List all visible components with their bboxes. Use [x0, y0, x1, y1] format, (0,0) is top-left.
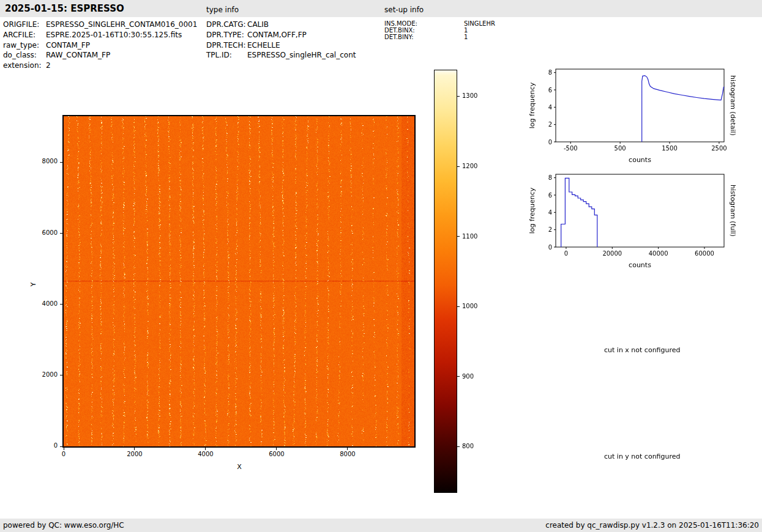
- x-axis-tick: [276, 448, 277, 450]
- colorbar-tick: [457, 96, 460, 97]
- metadata-label: DPR.TECH:: [206, 41, 246, 50]
- y-axis-tick-label: 8: [548, 174, 552, 181]
- x-axis-tick-label: 2000: [119, 451, 150, 457]
- metadata-label: TPL.ID:: [206, 51, 232, 59]
- y-axis-tick-label: 0: [548, 244, 552, 251]
- metadata-value: SINGLEHR: [464, 20, 495, 27]
- x-axis-tick: [205, 448, 206, 450]
- raw-image-canvas: [64, 116, 414, 446]
- colorbar-tick: [457, 376, 460, 377]
- metadata-value: 1: [464, 34, 468, 40]
- colorbar-gradient: [434, 70, 457, 493]
- header-bar: 2025-01-15: ESPRESSO type info set-up in…: [0, 0, 762, 17]
- metadata-value: 2: [46, 61, 51, 70]
- qc-report-page: 2025-01-15: ESPRESSO type info set-up in…: [0, 0, 762, 532]
- raw-image-frame: [62, 115, 416, 448]
- metadata-value: ESPRESSO_SINGLEHR_CONTAM016_0001: [46, 20, 197, 29]
- x-axis-tick-label: 2500: [711, 145, 727, 152]
- y-axis-tick-label: 4: [548, 104, 552, 111]
- y-axis-label: log frequency: [528, 187, 536, 234]
- colorbar-tick-label: 1200: [462, 163, 477, 169]
- y-axis-tick: [60, 375, 62, 375]
- histogram-full-svg: 020000400006000002468countslog frequency…: [526, 166, 741, 279]
- y-axis-tick-label: 2: [548, 121, 552, 128]
- y-axis-tick-label: 0: [548, 139, 552, 146]
- x-axis-tick-label: -500: [564, 145, 578, 152]
- metadata-value: CONTAM_FP: [46, 41, 90, 50]
- histogram-line: [561, 178, 597, 247]
- plot-frame: [556, 69, 724, 142]
- colorbar-tick: [457, 236, 460, 237]
- x-axis-tick-label: 6000: [261, 451, 292, 457]
- cut-y-message: cut in y not configured: [604, 453, 681, 460]
- colorbar-tick-label: 900: [462, 373, 474, 380]
- metadata-value: ESPRESSO_singleHR_cal_cont: [247, 51, 356, 59]
- x-axis-tick-label: 1500: [662, 145, 677, 152]
- metadata-label: DPR.TYPE:: [206, 31, 244, 39]
- metadata-label: ARCFILE:: [3, 31, 35, 39]
- metadata-label: DET.BINY:: [384, 34, 414, 40]
- metadata-value: RAW_CONTAM_FP: [46, 51, 110, 59]
- colorbar-tick-label: 1300: [462, 92, 477, 99]
- metadata-value: ECHELLE: [247, 41, 280, 50]
- colorbar-tick: [457, 446, 460, 447]
- histogram-title: histogram (full): [729, 185, 737, 237]
- y-axis-tick: [60, 162, 62, 163]
- colorbar-tick: [457, 166, 460, 167]
- x-axis-tick-label: 60000: [695, 250, 714, 257]
- y-axis-tick-label: 2: [548, 226, 552, 233]
- footer-bar: powered by QC: www.eso.org/HC created by…: [0, 519, 762, 532]
- metadata-label: raw_type:: [3, 41, 39, 50]
- x-axis-tick-label: 20000: [602, 250, 622, 257]
- x-axis-tick-label: 8000: [332, 451, 363, 457]
- x-axis-tick-label: 500: [614, 145, 626, 152]
- y-axis-tick-label: 4: [548, 209, 552, 216]
- metadata-value: 1: [464, 27, 468, 34]
- x-axis-tick-label: 4000: [190, 451, 221, 457]
- y-axis-tick-label: 6000: [34, 229, 58, 236]
- y-axis-tick: [60, 446, 62, 447]
- histogram-detail-svg: -5005001500250002468countslog frequencyh…: [526, 61, 741, 174]
- histogram-line: [642, 76, 724, 142]
- metadata-value: CALIB: [247, 20, 269, 29]
- metadata-label: do_class:: [3, 51, 37, 59]
- x-axis-tick-label: 0: [48, 451, 79, 457]
- footer-right-text: created by qc_rawdisp.py v1.2.3 on 2025-…: [545, 521, 759, 530]
- x-axis-tick: [64, 448, 64, 450]
- type-info-heading: type info: [206, 6, 239, 14]
- metadata-label: DPR.CATG:: [206, 20, 246, 29]
- metadata-value: ESPRE.2025-01-16T10:30:55.125.fits: [46, 31, 182, 39]
- x-axis-tick: [134, 448, 135, 450]
- footer-left-text: powered by QC: www.eso.org/HC: [3, 521, 124, 530]
- cut-x-message: cut in x not configured: [604, 346, 681, 354]
- y-axis-tick: [60, 233, 62, 234]
- metadata-label: DET.BINX:: [384, 27, 415, 34]
- x-axis-label: counts: [629, 156, 651, 164]
- y-axis-label: Y: [29, 275, 37, 287]
- x-axis-tick: [347, 448, 348, 450]
- x-axis-tick-label: 0: [564, 250, 568, 257]
- y-axis-tick-label: 6: [548, 192, 552, 199]
- y-axis-tick-label: 8: [548, 69, 552, 76]
- metadata-label: extension:: [3, 61, 42, 70]
- histogram-detail-plot: -5005001500250002468countslog frequencyh…: [526, 61, 741, 174]
- x-axis-label: counts: [629, 261, 651, 269]
- x-axis-label: X: [233, 463, 246, 471]
- colorbar-tick-label: 1000: [462, 303, 477, 309]
- x-axis-tick-label: 40000: [649, 250, 668, 257]
- y-axis-label: log frequency: [528, 82, 536, 128]
- histogram-title: histogram (detail): [729, 75, 737, 136]
- colorbar-tick-label: 800: [462, 443, 474, 449]
- y-axis-tick: [60, 304, 62, 305]
- y-axis-tick-label: 0: [34, 442, 58, 449]
- y-axis-tick-label: 4000: [34, 300, 58, 307]
- y-axis-tick-label: 6: [548, 87, 552, 94]
- histogram-full-plot: 020000400006000002468countslog frequency…: [526, 166, 741, 279]
- metadata-value: CONTAM,OFF,FP: [247, 31, 307, 39]
- page-title: 2025-01-15: ESPRESSO: [5, 3, 124, 14]
- y-axis-tick-label: 8000: [34, 158, 58, 164]
- metadata-label: INS.MODE:: [384, 20, 417, 27]
- plot-frame: [556, 174, 724, 247]
- colorbar-tick: [457, 306, 460, 307]
- colorbar-tick-label: 1100: [462, 233, 477, 240]
